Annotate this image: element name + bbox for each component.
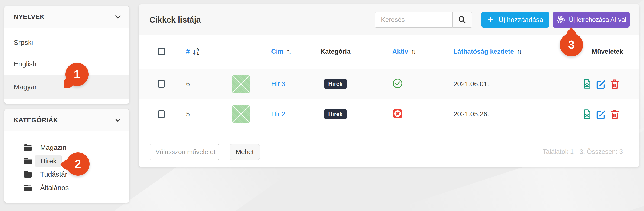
search-icon xyxy=(458,16,466,24)
column-header-actions: Műveletek xyxy=(592,48,623,55)
row-id: 6 xyxy=(186,80,190,88)
languages-panel-header[interactable]: NYELVEK xyxy=(4,6,129,28)
sidebar-item-language-srpski[interactable]: Srpski xyxy=(4,32,129,53)
plus-icon: + xyxy=(488,14,494,25)
delete-button[interactable] xyxy=(610,109,620,119)
x-circle-icon xyxy=(392,108,403,119)
row-actions xyxy=(582,79,620,89)
sidebar-item-category-magazin[interactable]: Magazin xyxy=(4,141,129,154)
image-placeholder xyxy=(232,75,250,93)
row-checkbox[interactable] xyxy=(158,110,165,118)
article-thumbnail xyxy=(232,75,250,93)
callout-badge-1: 1 xyxy=(66,63,88,86)
visibility-start-date: 2021.05.26. xyxy=(454,110,489,118)
column-header-id[interactable]: # ↓ 91 xyxy=(186,47,199,56)
folder-icon xyxy=(24,170,32,178)
preview-document-eye-icon xyxy=(582,79,592,89)
visibility-start-date: 2021.06.01. xyxy=(454,80,489,88)
category-label: Tudástár xyxy=(40,170,67,178)
sort-both-icon: ↑↓ xyxy=(411,47,416,56)
column-header-active[interactable]: Aktív ↑↓ xyxy=(392,47,416,56)
language-label: Srpski xyxy=(14,39,33,47)
article-title-link[interactable]: Hir 3 xyxy=(271,80,285,87)
search-button[interactable] xyxy=(452,12,472,28)
page-title: Cikkek listája xyxy=(150,15,201,24)
language-label: Magyar xyxy=(14,83,37,91)
results-summary: Találatok 1 - 3. Összesen: 3 xyxy=(542,148,623,155)
language-label: English xyxy=(14,60,36,68)
table-row: 5 Hir 2 Hirek 2021.05.26. xyxy=(139,99,639,129)
image-placeholder xyxy=(232,105,250,123)
category-label: Általános xyxy=(40,184,69,192)
bulk-action-select-value: Válasszon műveletet xyxy=(156,148,215,156)
articles-card-header: Cikkek listája + Új hozzáadása Új létreh… xyxy=(139,5,639,35)
callout-badge-3: 3 xyxy=(560,33,583,57)
sidebar-item-category-altalanos[interactable]: Általános xyxy=(4,181,129,194)
bulk-action-select[interactable]: Válasszon műveletet xyxy=(150,144,220,160)
ai-create-button[interactable]: Új létrehozása AI-val xyxy=(553,12,630,28)
add-new-button-label: Új hozzáadása xyxy=(499,16,543,24)
edit-button[interactable] xyxy=(596,109,606,119)
ai-create-button-label: Új létrehozása AI-val xyxy=(569,16,626,24)
chevron-down-icon xyxy=(115,15,121,19)
row-checkbox[interactable] xyxy=(158,80,165,88)
folder-icon xyxy=(24,184,32,191)
edit-pencil-icon xyxy=(596,109,606,119)
edit-pencil-icon xyxy=(596,79,606,89)
check-circle-icon xyxy=(392,78,403,89)
go-button[interactable]: Mehet xyxy=(230,144,260,160)
article-thumbnail xyxy=(232,105,250,123)
category-label-highlighted: Hirek xyxy=(35,155,62,167)
sort-numeric-desc-icon: ↓ 91 xyxy=(192,47,199,56)
trash-icon xyxy=(610,109,620,119)
languages-panel: NYELVEK Srpski English Magyar xyxy=(4,6,130,104)
page-background: NYELVEK Srpski English Magyar KATEGÓRIÁK… xyxy=(0,0,644,211)
articles-card: Cikkek listája + Új hozzáadása Új létreh… xyxy=(139,4,639,167)
chevron-down-icon xyxy=(115,118,121,122)
select-all-checkbox[interactable] xyxy=(158,48,165,55)
search-input[interactable] xyxy=(375,12,452,28)
category-badge: Hirek xyxy=(324,79,346,89)
article-title-link[interactable]: Hir 2 xyxy=(271,110,285,118)
add-new-button[interactable]: + Új hozzáadása xyxy=(482,12,549,28)
row-id: 5 xyxy=(186,110,190,118)
column-header-visibility-start[interactable]: Láthatóság kezdete ↑↓ xyxy=(454,47,522,56)
table-row: 6 Hir 3 Hirek 2021.06.01. xyxy=(139,69,639,99)
category-label: Magazin xyxy=(40,144,66,151)
edit-button[interactable] xyxy=(596,79,606,89)
folder-icon xyxy=(24,144,32,151)
atom-icon xyxy=(556,15,566,25)
sort-both-icon: ↑↓ xyxy=(517,47,522,56)
delete-button[interactable] xyxy=(610,79,620,89)
preview-button[interactable] xyxy=(582,79,592,89)
preview-button[interactable] xyxy=(582,109,592,119)
categories-panel: KATEGÓRIÁK Magazin Hirek Tudástár Általá… xyxy=(4,109,130,203)
table-footer: Válasszon műveletet Mehet Találatok 1 - … xyxy=(139,136,639,167)
search-group xyxy=(375,12,472,28)
categories-panel-title: KATEGÓRIÁK xyxy=(14,116,58,124)
column-header-category: Kategória xyxy=(311,48,360,55)
status-inactive xyxy=(392,108,403,120)
sort-both-icon: ↑↓ xyxy=(286,47,292,56)
trash-icon xyxy=(610,79,620,89)
callout-badge-2: 2 xyxy=(66,152,90,176)
column-header-title[interactable]: Cím ↑↓ xyxy=(271,47,292,56)
categories-panel-header[interactable]: KATEGÓRIÁK xyxy=(4,109,129,131)
row-actions xyxy=(582,109,620,119)
status-active xyxy=(392,78,403,90)
folder-icon xyxy=(24,157,32,165)
preview-document-eye-icon xyxy=(582,109,592,119)
category-badge: Hirek xyxy=(324,109,346,119)
languages-panel-title: NYELVEK xyxy=(14,13,45,21)
